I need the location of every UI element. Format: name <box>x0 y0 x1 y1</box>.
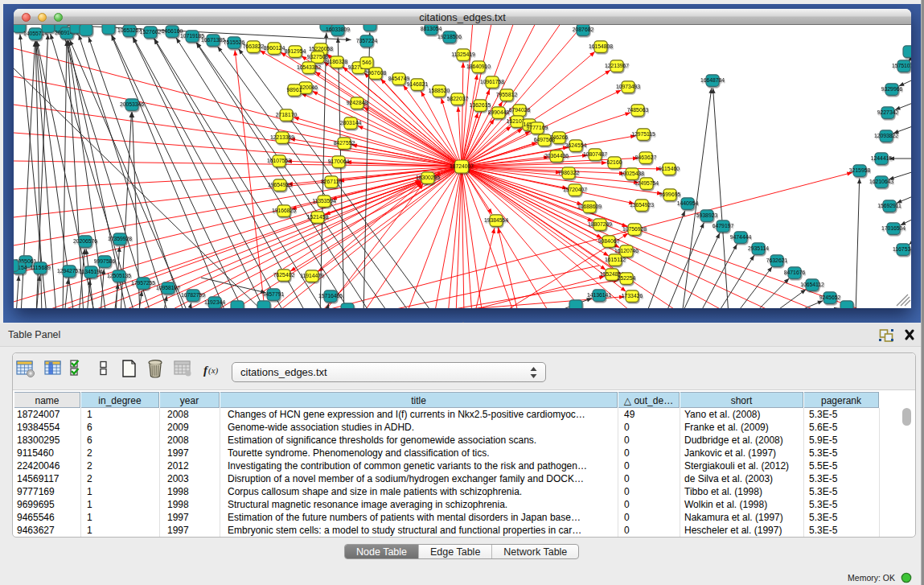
svg-text:17359928: 17359928 <box>108 236 132 241</box>
svg-text:12942757: 12942757 <box>57 268 81 274</box>
svg-text:19218506: 19218506 <box>437 34 462 39</box>
svg-text:18640910: 18640910 <box>466 64 491 69</box>
svg-text:9997586: 9997586 <box>94 258 116 264</box>
svg-text:7955812: 7955812 <box>496 92 518 97</box>
svg-text:2718170: 2718170 <box>276 112 298 117</box>
svg-text:3215958: 3215958 <box>849 167 871 173</box>
svg-text:12495754: 12495754 <box>634 180 659 186</box>
svg-text:16782759: 16782759 <box>181 292 205 298</box>
svg-text:5938923: 5938923 <box>696 212 718 218</box>
svg-text:62160: 62160 <box>607 159 622 165</box>
svg-text:7625402: 7625402 <box>273 272 295 278</box>
svg-text:6497568: 6497568 <box>534 137 556 142</box>
svg-text:1615112: 1615112 <box>605 257 626 262</box>
svg-text:9115460: 9115460 <box>659 166 680 171</box>
svg-text:7632621: 7632621 <box>766 257 788 263</box>
svg-text:7986322: 7986322 <box>558 170 580 175</box>
svg-text:16671385: 16671385 <box>201 37 225 43</box>
svg-text:1527602: 1527602 <box>140 29 162 35</box>
svg-text:9327503: 9327503 <box>307 54 329 60</box>
svg-text:9699695: 9699695 <box>659 192 681 197</box>
svg-text:16154808: 16154808 <box>589 43 613 49</box>
svg-text:9777169: 9777169 <box>527 125 548 130</box>
svg-text:9084067: 9084067 <box>598 238 620 244</box>
svg-text:11914479: 11914479 <box>300 273 324 278</box>
svg-text:16210643: 16210643 <box>869 179 893 184</box>
svg-text:7663822: 7663822 <box>243 43 265 49</box>
svg-text:18724007: 18724007 <box>450 163 474 169</box>
svg-text:8813054: 8813054 <box>421 26 442 31</box>
svg-text:(x): (x) <box>208 365 219 376</box>
svg-text:20206576: 20206576 <box>73 238 97 244</box>
svg-text:16648784: 16648784 <box>700 77 725 83</box>
svg-text:8471676: 8471676 <box>784 270 806 275</box>
svg-text:546: 546 <box>362 60 372 65</box>
svg-text:1521458: 1521458 <box>307 214 329 220</box>
svg-text:10025438: 10025438 <box>620 171 644 176</box>
svg-text:1192344: 1192344 <box>204 299 225 305</box>
svg-text:18300295: 18300295 <box>416 175 440 180</box>
svg-text:15692911: 15692911 <box>877 203 901 208</box>
svg-text:15720407: 15720407 <box>563 187 587 192</box>
svg-text:13654923: 13654923 <box>630 202 654 208</box>
svg-text:1733426: 1733426 <box>622 293 643 299</box>
svg-text:9242848: 9242848 <box>347 100 368 105</box>
svg-text:20364436: 20364436 <box>544 153 569 159</box>
svg-text:8912954: 8912954 <box>285 48 306 54</box>
svg-text:3624554: 3624554 <box>565 142 587 148</box>
svg-text:9146821: 9146821 <box>407 81 429 87</box>
svg-text:252254: 252254 <box>618 275 636 281</box>
svg-text:1244415: 1244415 <box>871 155 893 161</box>
svg-text:10654112: 10654112 <box>800 282 824 287</box>
svg-text:16120746: 16120746 <box>614 248 639 253</box>
svg-text:10958107: 10958107 <box>156 285 180 290</box>
svg-text:1588520: 1588520 <box>429 88 450 93</box>
svg-text:6479197: 6479197 <box>713 223 734 229</box>
svg-text:10653267: 10653267 <box>117 27 142 33</box>
svg-text:19654923: 19654923 <box>268 182 292 187</box>
svg-text:19384554: 19384554 <box>484 217 508 223</box>
svg-text:19166825: 19166825 <box>272 208 296 213</box>
svg-text:11325419: 11325419 <box>451 51 475 57</box>
svg-text:9227342: 9227342 <box>877 109 899 115</box>
svg-text:9245652: 9245652 <box>819 295 841 300</box>
svg-text:10756928: 10756928 <box>622 226 647 232</box>
svg-text:12093822: 12093822 <box>874 133 898 138</box>
svg-text:9474444: 9474444 <box>730 234 752 240</box>
svg-text:8960124: 8960124 <box>264 45 285 51</box>
svg-text:8427552: 8427552 <box>334 140 355 146</box>
svg-text:10961758: 10961758 <box>480 79 504 84</box>
svg-text:98961: 98961 <box>287 87 302 93</box>
svg-text:5822037: 5822037 <box>447 96 469 101</box>
svg-text:11345194: 11345194 <box>79 269 103 274</box>
svg-text:11353594: 11353594 <box>312 198 336 204</box>
svg-text:12975115: 12975115 <box>631 131 655 137</box>
svg-text:8990448: 8990448 <box>488 109 510 115</box>
svg-text:10807487: 10807487 <box>583 151 607 157</box>
svg-text:16107553: 16107553 <box>267 158 291 163</box>
svg-text:16543382: 16543382 <box>297 64 321 70</box>
svg-text:9463627: 9463627 <box>635 154 657 160</box>
svg-text:15226058: 15226058 <box>309 46 333 51</box>
svg-text:1362615: 1362615 <box>470 102 491 108</box>
svg-text:2967608: 2967608 <box>365 70 387 76</box>
svg-text:15751074: 15751074 <box>892 63 911 68</box>
svg-text:12213967: 12213967 <box>605 63 629 68</box>
svg-text:17957255: 17957255 <box>131 280 155 286</box>
svg-text:10973493: 10973493 <box>616 84 640 89</box>
svg-text:8186328: 8186328 <box>326 59 348 64</box>
svg-text:2935114: 2935114 <box>748 245 769 251</box>
svg-text:7515526: 7515526 <box>224 39 245 45</box>
svg-text:9170064: 9170064 <box>328 159 350 164</box>
svg-text:9457791: 9457791 <box>263 291 285 297</box>
svg-text:18807249: 18807249 <box>588 221 612 227</box>
svg-text:12505135: 12505135 <box>107 273 131 278</box>
svg-text:17016504: 17016504 <box>881 225 906 231</box>
svg-text:2803144: 2803144 <box>340 120 362 126</box>
svg-text:8267110: 8267110 <box>321 179 342 184</box>
svg-text:1440954: 1440954 <box>677 200 699 206</box>
svg-text:12213369: 12213369 <box>270 134 294 140</box>
svg-text:1167534: 1167534 <box>893 246 911 252</box>
svg-text:6794028: 6794028 <box>509 107 531 113</box>
svg-text:7485063: 7485063 <box>627 107 649 113</box>
